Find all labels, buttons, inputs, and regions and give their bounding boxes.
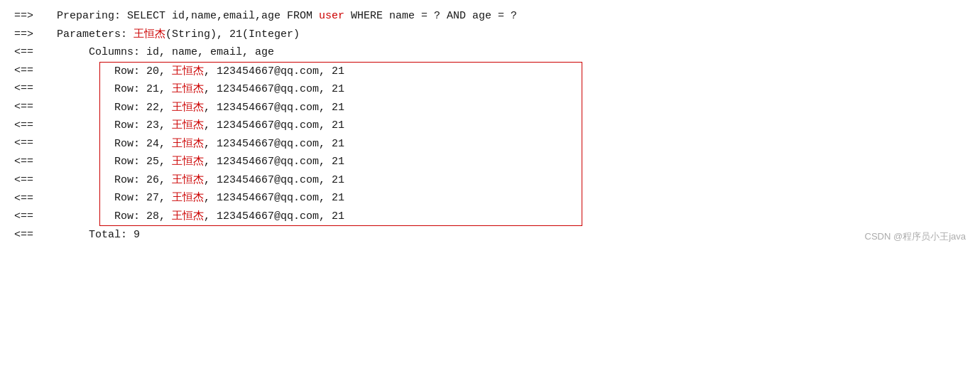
preparing-line: ==> Preparing: SELECT id,name,email,age …	[14, 7, 966, 26]
row-arrow-2: <==	[14, 80, 57, 98]
row-5-content: Row: 24, 王恒杰, 123454667@qq.com, 21	[114, 135, 344, 154]
row-6-content: Row: 25, 王恒杰, 123454667@qq.com, 21	[114, 153, 344, 171]
row-8-name: 王恒杰	[172, 192, 204, 204]
arrow-left-columns: <==	[14, 43, 57, 62]
row-arrow-3: <==	[14, 98, 57, 117]
row-arrow-9: <==	[14, 208, 57, 226]
total-content: Total: 9	[57, 226, 140, 245]
param-name: 王恒杰	[134, 28, 165, 41]
arrow-right-2: ==>	[14, 26, 57, 44]
table-row: Row: 24, 王恒杰, 123454667@qq.com, 21	[100, 135, 582, 154]
rows-section: <== <== <== <== <== <== <== <== <== Row:…	[14, 62, 966, 227]
preparing-content: Preparing: SELECT id,name,email,age FROM…	[57, 7, 517, 26]
parameters-line: ==> Parameters: 王恒杰(String), 21(Integer)	[14, 26, 966, 44]
columns-line: <== Columns: id, name, email, age	[14, 43, 966, 62]
table-row: Row: 23, 王恒杰, 123454667@qq.com, 21	[100, 117, 582, 135]
table-row: Row: 28, 王恒杰, 123454667@qq.com, 21	[100, 208, 582, 226]
watermark: CSDN @程序员小王java	[865, 230, 967, 243]
row-arrow-8: <==	[14, 190, 57, 208]
rows-box: Row: 20, 王恒杰, 123454667@qq.com, 21 Row: …	[99, 62, 582, 227]
row-arrows-column: <== <== <== <== <== <== <== <== <==	[14, 62, 57, 227]
row-arrow-5: <==	[14, 134, 57, 153]
table-name-user: user	[319, 10, 344, 22]
row-7-name: 王恒杰	[172, 174, 204, 186]
row-5-name: 王恒杰	[172, 138, 204, 150]
table-row: Row: 25, 王恒杰, 123454667@qq.com, 21	[100, 153, 582, 171]
row-8-content: Row: 27, 王恒杰, 123454667@qq.com, 21	[114, 189, 344, 208]
arrow-left-total: <==	[14, 226, 57, 245]
row-arrow-4: <==	[14, 117, 57, 135]
row-arrow-6: <==	[14, 153, 57, 171]
row-2-content: Row: 21, 王恒杰, 123454667@qq.com, 21	[114, 80, 344, 99]
row-9-content: Row: 28, 王恒杰, 123454667@qq.com, 21	[114, 208, 344, 226]
arrow-right-1: ==>	[14, 7, 57, 26]
row-9-name: 王恒杰	[172, 210, 204, 222]
row-arrow-1: <==	[14, 62, 57, 80]
row-3-name: 王恒杰	[172, 102, 204, 114]
row-1-content: Row: 20, 王恒杰, 123454667@qq.com, 21	[114, 63, 344, 81]
row-arrow-7: <==	[14, 171, 57, 190]
table-row: Row: 22, 王恒杰, 123454667@qq.com, 21	[100, 99, 582, 117]
table-row: Row: 20, 王恒杰, 123454667@qq.com, 21	[100, 63, 582, 81]
table-row: Row: 21, 王恒杰, 123454667@qq.com, 21	[100, 80, 582, 99]
total-line: <== Total: 9	[14, 226, 966, 245]
columns-content: Columns: id, name, email, age	[57, 43, 274, 62]
row-1-name: 王恒杰	[172, 65, 204, 77]
table-row: Row: 27, 王恒杰, 123454667@qq.com, 21	[100, 189, 582, 208]
row-7-content: Row: 26, 王恒杰, 123454667@qq.com, 21	[114, 171, 344, 190]
table-row: Row: 26, 王恒杰, 123454667@qq.com, 21	[100, 171, 582, 190]
row-4-name: 王恒杰	[172, 119, 204, 131]
row-2-name: 王恒杰	[172, 83, 204, 95]
log-container: ==> Preparing: SELECT id,name,email,age …	[14, 7, 966, 245]
row-3-content: Row: 22, 王恒杰, 123454667@qq.com, 21	[114, 99, 344, 117]
parameters-content: Parameters: 王恒杰(String), 21(Integer)	[57, 26, 300, 44]
row-4-content: Row: 23, 王恒杰, 123454667@qq.com, 21	[114, 117, 344, 135]
row-6-name: 王恒杰	[172, 156, 204, 168]
